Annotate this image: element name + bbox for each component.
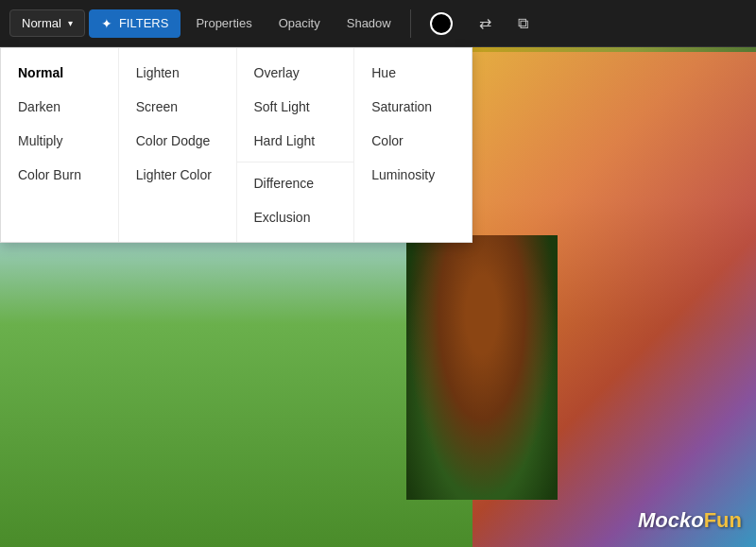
blend-multiply[interactable]: Multiply [1, 124, 118, 158]
blend-hue[interactable]: Hue [354, 56, 472, 90]
blend-exclusion[interactable]: Exclusion [237, 200, 354, 234]
properties-button[interactable]: Properties [184, 10, 263, 36]
blend-luminosity[interactable]: Luminosity [354, 158, 472, 192]
blend-normal[interactable]: Normal [1, 56, 118, 90]
color-circle-button[interactable] [419, 7, 464, 41]
watermark-fun: Fun [704, 508, 742, 532]
blend-color[interactable]: Color [354, 124, 472, 158]
dropdown-col-2: Lighten Screen Color Dodge Lighter Color [119, 48, 237, 242]
copy-button[interactable]: ⧉ [507, 9, 540, 38]
blend-darken[interactable]: Darken [1, 90, 118, 124]
filters-label: FILTERS [119, 16, 169, 30]
dropdown-col-3: Overlay Soft Light Hard Light Difference… [237, 48, 355, 242]
blend-difference[interactable]: Difference [237, 166, 354, 200]
blend-lighter-color[interactable]: Lighter Color [119, 158, 236, 192]
blend-color-burn[interactable]: Color Burn [1, 158, 118, 192]
tree-graphic [406, 235, 558, 500]
watermark-mocko: Mocko [638, 508, 704, 532]
opacity-label: Opacity [279, 16, 320, 30]
color-circle-icon [430, 12, 453, 35]
shadow-button[interactable]: Shadow [335, 10, 403, 36]
blend-lighten[interactable]: Lighten [119, 56, 236, 90]
blend-soft-light[interactable]: Soft Light [237, 90, 354, 124]
blend-mode-dropdown: Normal Darken Multiply Color Burn Lighte… [0, 47, 472, 243]
blend-screen[interactable]: Screen [119, 90, 236, 124]
blend-saturation[interactable]: Saturation [354, 90, 472, 124]
swap-button[interactable]: ⇄ [468, 9, 503, 38]
filters-button[interactable]: ✦ FILTERS [89, 9, 181, 38]
properties-label: Properties [196, 16, 251, 30]
toolbar-separator [410, 9, 411, 38]
blend-color-dodge[interactable]: Color Dodge [119, 124, 236, 158]
blend-hard-light[interactable]: Hard Light [237, 124, 354, 158]
toolbar: Normal ▾ ✦ FILTERS Properties Opacity Sh… [0, 0, 756, 47]
watermark: MockoFun [638, 508, 742, 533]
normal-mode-button[interactable]: Normal ▾ [9, 9, 85, 37]
filters-star-icon: ✦ [101, 16, 112, 31]
normal-label: Normal [22, 16, 61, 30]
dropdown-col-4: Hue Saturation Color Luminosity [354, 48, 472, 242]
dropdown-divider [237, 162, 354, 162]
blend-overlay[interactable]: Overlay [237, 56, 354, 90]
normal-chevron-icon: ▾ [68, 18, 73, 28]
dropdown-col-1: Normal Darken Multiply Color Burn [1, 48, 119, 242]
opacity-button[interactable]: Opacity [267, 10, 332, 36]
swap-icon: ⇄ [479, 14, 491, 32]
shadow-label: Shadow [347, 16, 391, 30]
copy-icon: ⧉ [518, 15, 528, 32]
